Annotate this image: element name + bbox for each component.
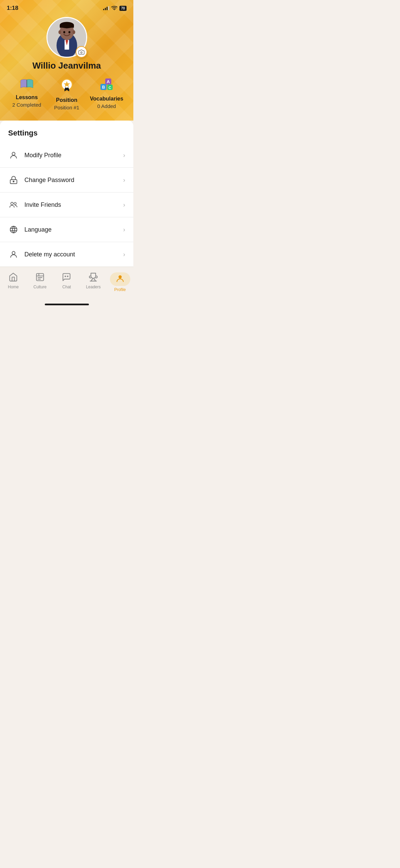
nav-home[interactable]: Home <box>0 270 27 294</box>
lessons-label: Lessons <box>16 94 38 101</box>
battery-icon: 70 <box>119 6 127 11</box>
svg-point-26 <box>13 181 14 182</box>
bottom-nav: Home Culture <box>0 267 133 301</box>
invite-friends-label: Invite Friends <box>24 201 123 209</box>
nav-culture[interactable]: Culture <box>27 270 54 294</box>
modify-profile-label: Modify Profile <box>24 152 123 159</box>
svg-point-28 <box>14 202 16 205</box>
profile-icon <box>115 275 125 285</box>
leaders-icon <box>89 272 98 283</box>
svg-text:B: B <box>102 85 105 90</box>
stat-position: Position Position #1 <box>47 78 87 110</box>
svg-point-30 <box>12 251 15 254</box>
svg-rect-9 <box>60 25 74 28</box>
settings-title: Settings <box>0 129 133 143</box>
settings-section: Settings Modify Profile › Change Pas <box>0 121 133 267</box>
svg-text:C: C <box>109 86 111 90</box>
svg-point-36 <box>65 276 66 277</box>
language-chevron: › <box>123 226 125 233</box>
stats-row: Lessons 2 Completed <box>7 78 127 110</box>
invite-friends-icon <box>8 199 19 210</box>
lessons-icon <box>20 78 34 92</box>
signal-icon <box>103 6 109 10</box>
camera-button[interactable] <box>76 46 87 58</box>
svg-point-29 <box>10 226 17 233</box>
status-time: 1:18 <box>7 5 18 12</box>
svg-point-11 <box>68 31 70 33</box>
svg-text:A: A <box>107 79 110 84</box>
lessons-value: 2 Completed <box>12 102 41 108</box>
modify-profile-chevron: › <box>123 152 125 159</box>
position-value: Position #1 <box>54 105 79 110</box>
position-icon <box>60 78 74 94</box>
change-password-label: Change Password <box>24 177 123 184</box>
svg-point-13 <box>73 30 75 34</box>
svg-point-0 <box>114 9 115 10</box>
language-icon <box>8 224 19 235</box>
svg-point-24 <box>12 152 15 155</box>
nav-profile[interactable]: Profile <box>107 270 133 294</box>
home-icon <box>8 272 18 283</box>
hero-section: Willio Jeanvilma Lessons <box>0 0 133 121</box>
invite-friends-chevron: › <box>123 201 125 209</box>
nav-culture-label: Culture <box>34 285 47 289</box>
status-bar: 1:18 70 <box>0 0 133 14</box>
delete-account-label: Delete my account <box>24 251 123 258</box>
svg-point-37 <box>68 276 68 277</box>
delete-account-chevron: › <box>123 251 125 258</box>
culture-icon <box>35 272 45 283</box>
svg-point-12 <box>58 30 61 34</box>
modify-profile-item[interactable]: Modify Profile › <box>0 143 133 168</box>
delete-account-item[interactable]: Delete my account › <box>0 242 133 267</box>
home-indicator <box>45 304 89 305</box>
nav-chat-label: Chat <box>62 285 71 289</box>
invite-friends-item[interactable]: Invite Friends › <box>0 193 133 217</box>
language-item[interactable]: Language › <box>0 217 133 242</box>
change-password-chevron: › <box>123 177 125 184</box>
stat-lessons: Lessons 2 Completed <box>7 78 47 110</box>
vocabularies-value: 0 Added <box>97 103 116 109</box>
nav-home-label: Home <box>8 285 19 289</box>
stat-vocabularies: A B C Vocabularies 0 Added <box>87 78 127 110</box>
svg-rect-31 <box>36 274 43 281</box>
change-password-icon <box>8 175 19 185</box>
nav-leaders-label: Leaders <box>86 285 100 289</box>
nav-profile-label: Profile <box>114 287 126 292</box>
change-password-item[interactable]: Change Password › <box>0 168 133 193</box>
nav-leaders[interactable]: Leaders <box>80 270 107 294</box>
modify-profile-icon <box>8 150 19 161</box>
wifi-icon <box>111 5 117 11</box>
position-label: Position <box>56 97 77 103</box>
vocabularies-label: Vocabularies <box>90 96 123 102</box>
avatar-container <box>46 17 87 58</box>
svg-point-10 <box>63 31 65 33</box>
nav-chat[interactable]: Chat <box>53 270 80 294</box>
status-icons: 70 <box>103 5 127 11</box>
delete-account-icon <box>8 249 19 260</box>
chat-icon <box>62 272 71 283</box>
user-name: Willio Jeanvilma <box>32 60 101 71</box>
svg-point-27 <box>11 202 13 205</box>
svg-point-38 <box>118 275 121 278</box>
vocabularies-icon: A B C <box>99 78 114 93</box>
svg-point-14 <box>80 52 82 53</box>
language-label: Language <box>24 226 123 233</box>
